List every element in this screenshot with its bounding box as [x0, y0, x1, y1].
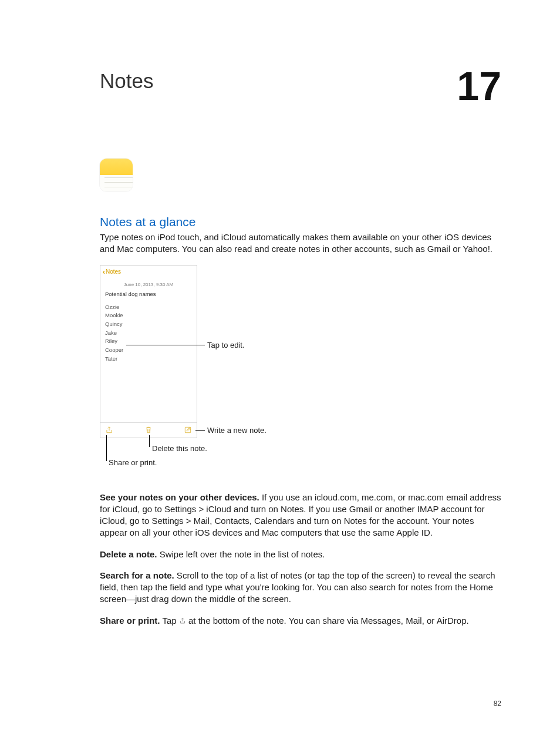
list-item: Tater [105, 355, 192, 364]
list-item: Ozzie [105, 303, 192, 312]
note-date: June 10, 2013, 9:30 AM [100, 278, 197, 291]
share-icon[interactable] [105, 426, 113, 434]
chevron-left-icon: ‹ [103, 268, 105, 276]
list-item: Jake [105, 329, 192, 338]
phone-mockup: ‹ Notes June 10, 2013, 9:30 AM Potential… [100, 265, 197, 438]
compose-icon[interactable] [184, 426, 192, 434]
callout-edit: Tap to edit. [207, 341, 245, 349]
para-bold: Delete a note. [100, 549, 157, 559]
note-title[interactable]: Potential dog names [100, 291, 197, 297]
notes-figure: ‹ Notes June 10, 2013, 9:30 AM Potential… [100, 265, 501, 482]
paragraph-search: Search for a note. Scroll to the top of … [100, 570, 501, 606]
svg-rect-0 [185, 427, 190, 432]
trash-icon[interactable] [144, 426, 153, 434]
para-bold: Share or print. [100, 616, 160, 626]
note-body[interactable]: Ozzie Mookie Quincy Jake Riley Cooper Ta… [100, 303, 197, 364]
notes-app-icon [100, 159, 133, 191]
list-item: Mookie [105, 311, 192, 320]
callout-share: Share or print. [109, 458, 157, 467]
para-bold: Search for a note. [100, 570, 174, 580]
paragraph-see-devices: See your notes on your other devices. If… [100, 492, 501, 539]
chapter-number: 17 [457, 66, 501, 106]
phone-nav-back[interactable]: ‹ Notes [100, 265, 197, 278]
nav-back-label: Notes [106, 268, 121, 275]
list-item: Cooper [105, 346, 192, 355]
callout-delete: Delete this note. [152, 444, 207, 453]
paragraph-delete: Delete a note. Swipe left over the note … [100, 549, 501, 560]
list-item: Quincy [105, 320, 192, 329]
page-number: 82 [494, 700, 501, 708]
share-icon [179, 616, 186, 624]
paragraph-share: Share or print. Tap at the bottom of the… [100, 615, 501, 627]
para-bold: See your notes on your other devices. [100, 492, 259, 502]
chapter-title: Notes [100, 70, 153, 91]
section-intro: Type notes on iPod touch, and iCloud aut… [100, 231, 501, 255]
callout-new: Write a new note. [207, 426, 266, 435]
section-title: Notes at a glance [100, 215, 501, 229]
